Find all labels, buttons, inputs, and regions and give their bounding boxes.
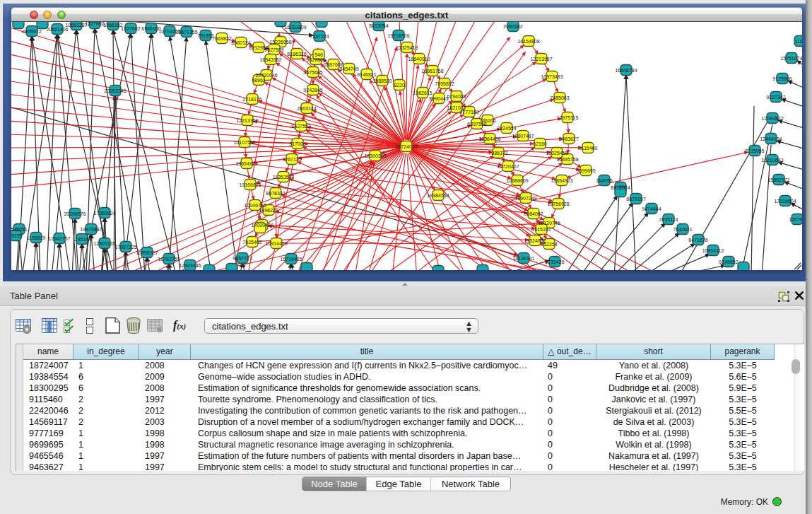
svg-text:1588520: 1588520 [372,78,392,83]
svg-text:8813054: 8813054 [369,23,388,28]
svg-text:18300295: 18300295 [364,153,386,158]
svg-text:12093822: 12093822 [761,116,783,121]
svg-text:20053346: 20053346 [104,88,126,93]
svg-text:16671355: 16671355 [175,30,197,35]
svg-text:16782759: 16782759 [158,257,180,262]
svg-text:15751074: 15751074 [780,56,802,61]
svg-text:1327602: 1327602 [85,22,104,26]
svg-text:12444194: 12444194 [760,136,782,141]
svg-text:546: 546 [314,52,323,57]
svg-text:22420046: 22420046 [255,73,277,78]
svg-text:19654923: 19654923 [551,178,572,183]
svg-text:8918924: 8918924 [611,185,630,190]
svg-text:18640910: 18640910 [408,57,430,62]
svg-text:19166825: 19166825 [239,182,261,187]
svg-text:917006: 917006 [289,141,305,146]
svg-text:14136141: 14136141 [512,256,534,261]
svg-text:39159: 39159 [11,233,23,238]
svg-text:1112: 1112 [795,39,802,44]
svg-text:16961758: 16961758 [421,69,443,74]
svg-text:746206: 746206 [479,118,495,123]
svg-text:10688609: 10688609 [506,178,528,183]
svg-text:16033809: 16033809 [284,25,306,30]
svg-text:19384554: 19384554 [427,193,449,198]
svg-text:16914479: 16914479 [265,241,287,246]
svg-text:7663822: 7663822 [212,36,231,41]
svg-text:62160: 62160 [533,141,547,146]
svg-text:1733426: 1733426 [545,259,564,264]
svg-text:9474444: 9474444 [642,206,661,211]
svg-text:18907249: 18907249 [514,196,536,201]
svg-text:1156829: 1156829 [27,235,46,240]
svg-text:17359924: 17359924 [93,211,115,216]
svg-text:12905135: 12905135 [93,241,115,246]
svg-text:9115460: 9115460 [579,146,598,151]
svg-text:9699695: 9699695 [576,168,595,173]
svg-text:8960124: 8960124 [231,40,250,45]
svg-text:10046756: 10046756 [244,203,266,208]
svg-text:12942757: 12942757 [48,236,70,241]
svg-text:2405572: 2405572 [22,29,41,34]
svg-text:16210643: 16210643 [761,158,783,163]
svg-text:3824554: 3824554 [497,126,516,131]
svg-text:15720407: 15720407 [497,164,519,169]
svg-text:9245652: 9245652 [719,259,738,264]
svg-text:252254: 252254 [541,242,557,247]
svg-text:16543382: 16543382 [259,57,281,62]
svg-text:10807487: 10807487 [512,134,534,139]
svg-text:6879197: 6879197 [626,197,645,201]
svg-text:3267130: 3267130 [282,157,301,162]
svg-text:164095: 164095 [596,178,612,183]
svg-text:7625402: 7625402 [242,240,261,245]
svg-text:98961: 98961 [252,78,266,83]
svg-text:7485063: 7485063 [550,95,569,100]
svg-text:3675685: 3675685 [303,70,322,75]
svg-text:11325419: 11325419 [396,45,418,50]
svg-text:12975115: 12975115 [557,115,579,120]
svg-text:7632621: 7632621 [673,227,692,232]
svg-text:7357224: 7357224 [310,34,329,39]
svg-text:20206576: 20206576 [64,211,86,216]
svg-text:116753: 116753 [789,217,802,222]
svg-text:9827509: 9827509 [264,47,283,52]
svg-text:9657721: 9657721 [233,256,252,261]
svg-text:1527602: 1527602 [121,26,140,31]
svg-text:14099489: 14099489 [251,223,273,228]
svg-text:12923446: 12923446 [179,263,201,268]
svg-text:10107552: 10107552 [233,140,255,145]
svg-text:2803144: 2803144 [297,106,316,111]
svg-text:12213967: 12213967 [530,57,552,62]
svg-text:15226058: 15226058 [269,40,291,45]
svg-text:6966162: 6966162 [103,23,122,28]
svg-text:15716485: 15716485 [280,257,302,262]
svg-text:8454749: 8454749 [339,66,358,71]
svg-text:2935114: 2935114 [659,217,678,222]
svg-text:9777169: 9777169 [459,110,478,115]
svg-text:16154808: 16154808 [517,39,539,44]
svg-text:8678332: 8678332 [266,191,285,196]
svg-text:11353594: 11353594 [273,175,295,180]
svg-text:19975887: 19975887 [80,227,102,232]
svg-text:8471676: 8471676 [688,238,707,243]
svg-text:9129966: 9129966 [772,76,792,81]
svg-text:10653287: 10653287 [65,23,87,28]
svg-text:1615192: 1615192 [531,227,551,232]
svg-text:751552: 751552 [197,33,213,38]
svg-text:20364436: 20364436 [478,136,500,141]
svg-text:8215955: 8215955 [745,148,764,153]
svg-text:10958107: 10958107 [136,250,158,255]
svg-text:2087682: 2087682 [503,24,522,29]
svg-text:10973493: 10973493 [541,74,563,79]
svg-text:12213369: 12213369 [236,118,258,123]
svg-text:17957225: 17957225 [114,245,136,250]
svg-text:10654112: 10654112 [702,248,724,253]
svg-text:15692971: 15692971 [767,177,789,182]
svg-text:9084067: 9084067 [524,211,543,216]
svg-text:7955812: 7955812 [435,81,454,86]
svg-text:16648784: 16648784 [615,68,637,73]
svg-text:6794028: 6794028 [447,94,466,99]
svg-text:16495758: 16495758 [556,157,578,162]
svg-text:10025458: 10025458 [546,151,567,156]
svg-text:18724007: 18724007 [395,144,417,149]
svg-text:9242845: 9242845 [303,88,322,93]
